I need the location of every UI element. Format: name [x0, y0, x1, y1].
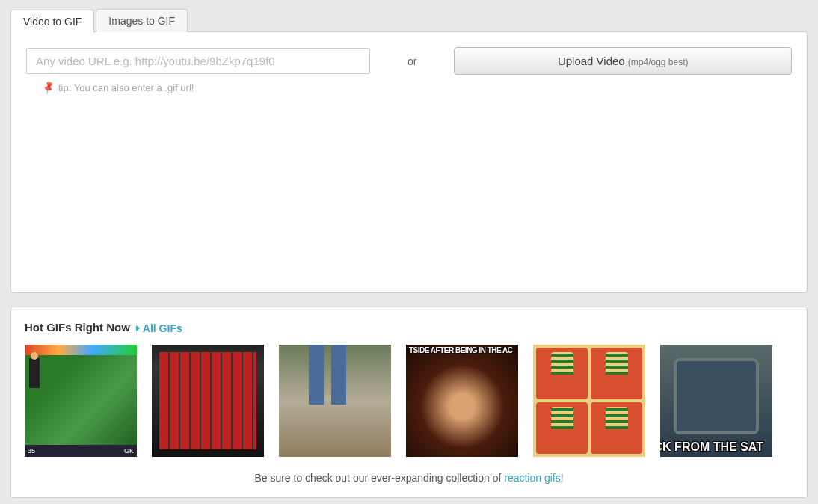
page-container: Video to GIF Images to GIF or Upload Vid…	[0, 0, 818, 504]
footer-suffix: !	[561, 472, 564, 484]
reaction-gifs-link[interactable]: reaction gifs	[504, 472, 560, 484]
gif-thumbnail[interactable]: TSIDE AFTER BEING IN THE AC	[406, 345, 518, 457]
hot-gifs-title: Hot GIFs Right Now	[25, 321, 130, 334]
upload-label: Upload Video	[558, 55, 628, 67]
upload-video-button[interactable]: Upload Video (mp4/ogg best)	[454, 47, 792, 75]
hot-header: Hot GIFs Right Now All GIFs	[25, 321, 793, 334]
gif-caption: ACK FROM THE SAT	[660, 440, 772, 454]
main-panel: or Upload Video (mp4/ogg best) 📌 tip: Yo…	[10, 31, 808, 293]
all-gifs-label: All GIFs	[143, 322, 182, 334]
tab-video-to-gif[interactable]: Video to GIF	[10, 10, 94, 33]
or-separator: or	[370, 55, 454, 67]
input-row: or Upload Video (mp4/ogg best)	[26, 47, 792, 75]
footer-prefix: Be sure to check out our ever-expanding …	[254, 472, 504, 484]
tip-row: 📌 tip: You can also enter a .gif url!	[43, 82, 792, 93]
gif-caption: GK	[124, 447, 134, 455]
gif-thumbnail[interactable]	[279, 345, 391, 457]
tip-text: tip: You can also enter a .gif url!	[58, 82, 194, 93]
tab-images-to-gif[interactable]: Images to GIF	[96, 9, 188, 32]
all-gifs-link[interactable]: All GIFs	[136, 322, 182, 334]
gif-caption: 35	[28, 447, 35, 455]
play-icon	[136, 325, 140, 331]
gif-thumbnail[interactable]: ACK FROM THE SAT	[660, 345, 772, 457]
gif-caption: TSIDE AFTER BEING IN THE AC	[406, 346, 518, 354]
video-url-input[interactable]	[26, 48, 370, 74]
gif-thumbnail[interactable]	[533, 345, 645, 457]
pin-icon: 📌	[40, 80, 56, 96]
hot-gifs-panel: Hot GIFs Right Now All GIFs 35 GK TSIDE …	[10, 307, 808, 498]
gif-thumbnail[interactable]: 35 GK	[25, 345, 137, 457]
upload-note: (mp4/ogg best)	[628, 57, 689, 67]
tab-bar: Video to GIF Images to GIF	[10, 9, 808, 32]
footer-text: Be sure to check out our ever-expanding …	[25, 472, 793, 484]
gif-thumbnail-row: 35 GK TSIDE AFTER BEING IN THE AC ACK FR…	[25, 345, 793, 457]
gif-thumbnail[interactable]	[152, 345, 264, 457]
